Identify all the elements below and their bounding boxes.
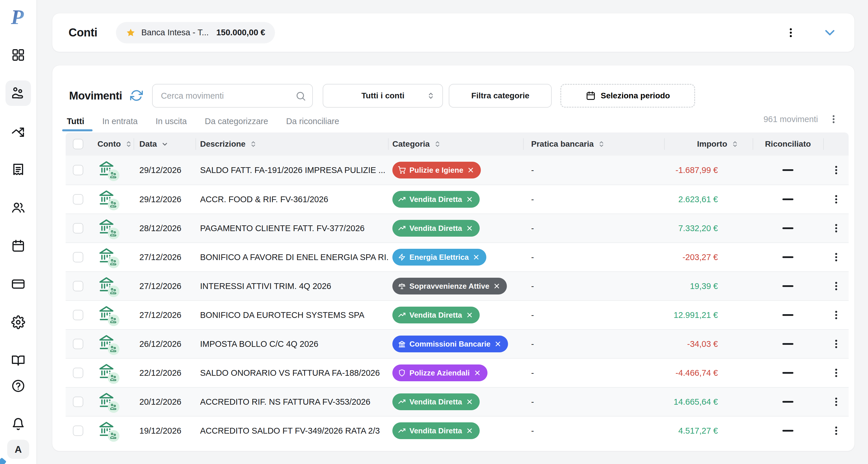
sidebar-item-movements[interactable]: [5, 80, 31, 106]
row-menu-button[interactable]: [828, 191, 844, 208]
sidebar-item-analytics[interactable]: [5, 119, 31, 144]
column-header-riconciliato: Riconciliato: [753, 133, 823, 156]
table-row[interactable]: 22/12/2026SALDO ONORARIO VS FATTURA FA-1…: [66, 358, 849, 387]
table-row[interactable]: 29/12/2026ACCR. FOOD & RIF. FV-361/2026V…: [66, 184, 849, 213]
movement-description: SALDO ONORARIO VS FATTURA FA-188/2026: [195, 359, 388, 387]
sidebar-item-calendar[interactable]: [5, 233, 31, 259]
tab-in-uscita[interactable]: In uscita: [156, 117, 187, 131]
sidebar-item-guide[interactable]: [5, 348, 31, 373]
sidebar-item-contacts[interactable]: [5, 195, 31, 221]
category-badge[interactable]: Vendita Diretta: [392, 422, 480, 439]
remove-category-icon[interactable]: [466, 427, 473, 434]
remove-category-icon[interactable]: [466, 196, 473, 203]
column-header-importo[interactable]: Importo: [664, 133, 753, 156]
row-menu-button[interactable]: [828, 365, 844, 381]
remove-category-icon[interactable]: [494, 340, 502, 348]
sidebar-item-cards[interactable]: [5, 271, 31, 297]
row-menu-button[interactable]: [828, 220, 844, 237]
row-checkbox[interactable]: [73, 281, 83, 291]
search-input[interactable]: [152, 84, 313, 108]
row-menu-button[interactable]: [828, 422, 844, 439]
row-checkbox[interactable]: [73, 397, 83, 407]
category-badge[interactable]: Polizze Aziendali: [392, 365, 488, 381]
column-header-pratica-bancaria[interactable]: Pratica bancaria: [523, 133, 664, 156]
avatar[interactable]: A: [7, 440, 29, 459]
page-title: Conti: [68, 26, 97, 39]
sidebar-item-help[interactable]: [5, 373, 31, 399]
shield-icon: [398, 369, 406, 377]
tab-da-categorizzare[interactable]: Da categorizzare: [205, 117, 268, 131]
tab-da-riconciliare[interactable]: Da riconciliare: [286, 117, 339, 131]
table-row[interactable]: 29/12/2026SALDO FATT. FA-191/2026 IMPRES…: [66, 156, 849, 184]
row-checkbox[interactable]: [73, 252, 83, 262]
category-badge[interactable]: Vendita Diretta: [392, 394, 480, 410]
row-menu-button[interactable]: [828, 249, 844, 266]
remove-category-icon[interactable]: [474, 369, 481, 377]
row-menu-button[interactable]: [828, 307, 844, 323]
category-badge[interactable]: Energia Elettrica: [392, 249, 486, 266]
sidebar-item-dashboard[interactable]: [5, 42, 31, 68]
remove-category-icon[interactable]: [493, 282, 500, 290]
row-checkbox[interactable]: [73, 223, 83, 233]
table-row[interactable]: 19/12/2026ACCREDITO SALDO FT FV-349/2026…: [66, 416, 849, 445]
column-header-data[interactable]: Data: [133, 133, 195, 156]
table-menu-button[interactable]: [826, 111, 842, 127]
row-menu-button[interactable]: [828, 278, 844, 294]
row-checkbox[interactable]: [73, 165, 83, 175]
sort-icon: [433, 140, 442, 148]
refresh-button[interactable]: [130, 89, 143, 103]
hand-coin-badge-icon: [108, 372, 119, 384]
column-header-descrizione[interactable]: Descrizione: [195, 133, 388, 156]
category-badge[interactable]: Vendita Diretta: [392, 220, 480, 237]
row-checkbox[interactable]: [73, 310, 83, 320]
category-badge[interactable]: Vendita Diretta: [392, 307, 480, 323]
table-row[interactable]: 20/12/2026ACCREDITO RIF. NS FATTURA FV-3…: [66, 387, 849, 416]
movement-description: ACCREDITO RIF. NS FATTURA FV-353/2026: [195, 388, 388, 416]
tab-tutti[interactable]: Tutti: [67, 117, 85, 131]
hand-coin-badge-icon: [108, 401, 119, 413]
reconciled-dash: [782, 169, 794, 171]
remove-category-icon[interactable]: [466, 311, 473, 319]
category-badge[interactable]: Vendita Diretta: [392, 191, 480, 208]
movements-controls: Movimenti Tutti i conti Filtra categorie…: [52, 84, 855, 108]
account-bank-icon: [97, 304, 118, 325]
movement-description: BONIFICO A FAVORE DI ENEL ENERGIA SPA RI…: [195, 243, 388, 271]
account-filter-select[interactable]: Tutti i conti: [323, 84, 443, 108]
hand-coin-badge-icon: [108, 430, 119, 442]
tab-in-entrata[interactable]: In entrata: [102, 117, 138, 131]
table-row[interactable]: 26/12/2026IMPOSTA BOLLO C/C 4Q 2026Commi…: [66, 329, 849, 358]
column-header-categoria[interactable]: Categoria: [388, 133, 523, 156]
row-checkbox[interactable]: [73, 339, 83, 349]
row-menu-button[interactable]: [828, 394, 844, 410]
favorite-account-pill[interactable]: Banca Intesa - T... 150.000,00 €: [116, 22, 275, 44]
category-badge[interactable]: Commissioni Bancarie: [392, 336, 508, 352]
sidebar-item-invoices[interactable]: [5, 157, 31, 182]
remove-category-icon[interactable]: [466, 398, 473, 406]
category-badge[interactable]: Pulizie e Igiene: [392, 162, 481, 178]
sidebar-item-notifications[interactable]: [5, 411, 31, 437]
remove-category-icon[interactable]: [467, 166, 474, 174]
row-menu-button[interactable]: [828, 336, 844, 352]
table-row[interactable]: 28/12/2026PAGAMENTO CLIENTE FATT. FV-377…: [66, 213, 849, 242]
column-header-conto[interactable]: Conto: [93, 133, 133, 156]
row-checkbox[interactable]: [73, 368, 83, 378]
select-all-checkbox[interactable]: [73, 139, 83, 149]
account-bank-icon: [97, 276, 118, 296]
remove-category-icon[interactable]: [472, 253, 480, 261]
row-menu-button[interactable]: [828, 162, 844, 178]
row-checkbox[interactable]: [73, 194, 83, 205]
accounts-collapse-button[interactable]: [820, 23, 839, 42]
accounts-menu-button[interactable]: [782, 24, 800, 41]
sidebar-item-settings[interactable]: [5, 310, 31, 335]
bank-practice: -: [523, 388, 664, 416]
filter-categories-button[interactable]: Filtra categorie: [449, 84, 552, 108]
table-row[interactable]: 27/12/2026INTERESSI ATTIVI TRIM. 4Q 2026…: [66, 271, 849, 300]
table-row[interactable]: 27/12/2026BONIFICO DA EUROTECH SYSTEMS S…: [66, 300, 849, 329]
table-row[interactable]: 27/12/2026BONIFICO A FAVORE DI ENEL ENER…: [66, 242, 849, 271]
category-badge[interactable]: Sopravvenienze Attive: [392, 278, 507, 294]
row-checkbox[interactable]: [73, 426, 83, 436]
app-logo[interactable]: P: [8, 6, 28, 27]
sort-icon: [249, 140, 258, 148]
select-period-button[interactable]: Seleziona periodo: [560, 84, 695, 108]
remove-category-icon[interactable]: [466, 225, 473, 232]
